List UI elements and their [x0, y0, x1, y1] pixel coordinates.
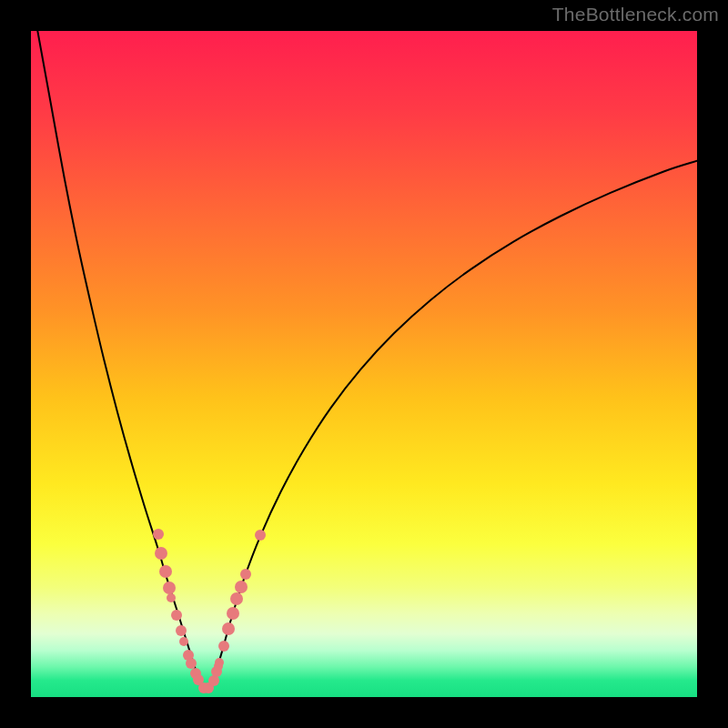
scatter-dot: [222, 622, 235, 635]
plot-area: [31, 31, 697, 697]
scatter-dot: [227, 607, 239, 620]
scatter-dot: [230, 592, 243, 605]
scatter-dot: [214, 662, 223, 671]
curve-layer: [31, 31, 697, 697]
scatter-dot: [218, 641, 229, 652]
watermark-text: TheBottleneck.com: [552, 4, 719, 25]
scatter-dot: [240, 569, 251, 580]
scatter-dot: [159, 565, 172, 578]
chart-stage: TheBottleneck.com: [0, 0, 728, 728]
scatter-dot: [167, 593, 176, 602]
scatter-dot: [153, 529, 164, 540]
bottleneck-curve: [37, 31, 697, 691]
scatter-dot: [155, 547, 167, 560]
scatter-dot: [179, 637, 188, 646]
scatter-dot: [255, 530, 266, 541]
scatter-dot: [235, 581, 248, 593]
scatter-dot: [176, 625, 187, 636]
scatter-dot: [171, 610, 182, 621]
scatter-dot: [208, 675, 219, 686]
scatter-dot: [163, 581, 176, 594]
